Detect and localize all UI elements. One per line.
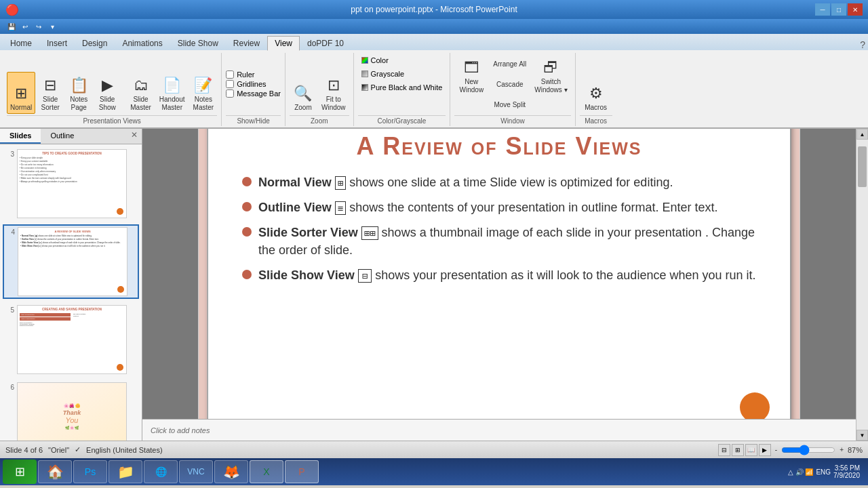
taskbar-photoshop[interactable]: Ps bbox=[73, 460, 107, 483]
slide-thumb-6[interactable]: 6 🌸 🌺 🌼 Thank You 🌿 🌸 🌿 bbox=[3, 380, 139, 441]
qat-dropdown-button[interactable]: ▾ bbox=[46, 20, 58, 33]
sys-icons: △ 🔊 📶 bbox=[788, 468, 814, 476]
view-notes-page-button[interactable]: 📋 NotesPage bbox=[65, 72, 92, 114]
close-button[interactable]: ✕ bbox=[848, 3, 863, 16]
slide-main[interactable]: A Review of Slide Views Normal View ⊞ sh… bbox=[208, 129, 791, 419]
zoom-in-button[interactable]: + bbox=[840, 446, 844, 453]
scroll-track[interactable] bbox=[856, 140, 868, 430]
taskbar-excel[interactable]: X bbox=[250, 460, 283, 483]
view-handout-master-button[interactable]: 📄 HandoutMaster bbox=[156, 72, 189, 114]
taskbar-chrome[interactable]: 🌐 bbox=[144, 460, 178, 483]
zoom-percentage: 87% bbox=[848, 446, 863, 454]
gridlines-checkbox-label[interactable]: Gridlines bbox=[226, 80, 266, 88]
tab-outline[interactable]: Outline bbox=[41, 129, 83, 144]
tab-insert[interactable]: Insert bbox=[39, 35, 75, 50]
tab-dopdf[interactable]: doPDF 10 bbox=[300, 35, 351, 50]
new-window-button[interactable]: 🗔 NewWindow bbox=[454, 54, 488, 96]
message-bar-checkbox-label[interactable]: Message Bar bbox=[226, 89, 281, 98]
zoom-button[interactable]: 🔍 Zoom bbox=[290, 72, 317, 114]
taskbar-firefox[interactable]: 🦊 bbox=[214, 460, 248, 483]
taskbar: ⊞ 🏠 Ps 📁 🌐 VNC 🦊 X P △ 🔊 📶 ENG 3:56 PM 7… bbox=[0, 458, 868, 485]
window-controls: ─ □ ✕ bbox=[815, 3, 863, 16]
maximize-button[interactable]: □ bbox=[831, 3, 846, 16]
view-slide-master-button[interactable]: 🗂 SlideMaster bbox=[127, 72, 155, 114]
black-white-option[interactable]: Pure Black and White bbox=[358, 81, 446, 94]
view-normal-button[interactable]: ⊞ Normal bbox=[7, 72, 35, 114]
scroll-thumb[interactable] bbox=[858, 146, 867, 187]
ruler-checkbox[interactable] bbox=[226, 70, 234, 79]
macros-icon: ⚙ bbox=[589, 85, 603, 102]
taskbar-folder[interactable]: 📁 bbox=[108, 460, 142, 483]
spell-check-icon: ✓ bbox=[75, 445, 81, 454]
grayscale-option[interactable]: Grayscale bbox=[358, 68, 408, 80]
slide-thumb-3[interactable]: 3 TIPS TO CREATE GOOD PRESENTATION • Kee… bbox=[3, 147, 139, 220]
black-white-label: Pure Black and White bbox=[371, 83, 443, 92]
view-slide-show-button[interactable]: ▶ SlideShow bbox=[94, 72, 121, 114]
taskbar-powerpoint[interactable]: P bbox=[285, 460, 319, 483]
message-bar-checkbox[interactable] bbox=[226, 89, 234, 98]
cascade-label: Cascade bbox=[496, 81, 523, 88]
quick-access-toolbar: 💾 ↩ ↪ ▾ bbox=[0, 19, 868, 34]
tab-design[interactable]: Design bbox=[75, 35, 115, 50]
bullet-text-4: Slide Show View ⊟ shows your presentatio… bbox=[258, 267, 756, 284]
status-normal-view-button[interactable]: ⊟ bbox=[718, 444, 730, 456]
tab-animations[interactable]: Animations bbox=[115, 35, 170, 50]
switch-windows-button[interactable]: 🗗 SwitchWindows ▾ bbox=[531, 54, 570, 96]
main-area: Slides Outline ✕ 3 TIPS TO CREATE GOOD P… bbox=[0, 129, 868, 441]
status-slideshow-view-button[interactable]: ▶ bbox=[759, 444, 771, 456]
bullet-term-2: Outline View bbox=[258, 201, 335, 214]
arrange-all-button[interactable]: Arrange All bbox=[490, 54, 530, 73]
slide-side-right bbox=[791, 129, 800, 419]
vertical-scrollbar[interactable]: ▲ ▼ bbox=[856, 129, 868, 441]
zoom-out-button[interactable]: - bbox=[775, 446, 777, 453]
notes-area[interactable]: Click to add notes bbox=[142, 419, 856, 441]
zoom-slider[interactable] bbox=[781, 445, 835, 455]
gridlines-checkbox[interactable] bbox=[226, 80, 234, 88]
tab-view[interactable]: View bbox=[267, 36, 300, 51]
status-sorter-view-button[interactable]: ⊞ bbox=[732, 444, 744, 456]
slide-show-icon: ▶ bbox=[102, 77, 113, 94]
tab-review[interactable]: Review bbox=[226, 35, 267, 50]
fit-to-window-button[interactable]: ⊡ Fit toWindow bbox=[318, 72, 349, 114]
minimize-button[interactable]: ─ bbox=[815, 3, 830, 16]
macros-buttons: ⚙ Macros bbox=[581, 54, 610, 114]
slide-panel-close-button[interactable]: ✕ bbox=[127, 129, 142, 144]
bullet-outline-view: Outline View ≡ shows the contents of you… bbox=[242, 199, 756, 216]
slide-image-6: 🌸 🌺 🌼 Thank You 🌿 🌸 🌿 bbox=[17, 382, 127, 441]
status-bar: Slide 4 of 6 "Oriel" ✓ English (United S… bbox=[0, 441, 868, 458]
slide-orange-circle bbox=[740, 392, 770, 419]
bullet-slide-sorter-view: Slide Sorter View ⊞⊞ shows a thumbnail i… bbox=[242, 224, 756, 258]
ribbon-help-button[interactable]: ? bbox=[860, 39, 865, 50]
tab-slideshow[interactable]: Slide Show bbox=[170, 35, 226, 50]
macros-button[interactable]: ⚙ Macros bbox=[581, 72, 610, 114]
tab-home[interactable]: Home bbox=[3, 35, 39, 50]
presentation-views-buttons: ⊞ Normal ⊟ SlideSorter 📋 NotesPage ▶ Sli… bbox=[7, 54, 217, 114]
qat-undo-button[interactable]: ↩ bbox=[19, 20, 31, 33]
ruler-checkbox-label[interactable]: Ruler bbox=[226, 70, 254, 79]
move-split-button[interactable]: Move Split bbox=[490, 95, 530, 114]
color-option[interactable]: Color bbox=[358, 54, 392, 66]
taskbar-vnc[interactable]: VNC bbox=[179, 460, 213, 483]
tab-slides[interactable]: Slides bbox=[0, 129, 41, 144]
status-reading-view-button[interactable]: 📖 bbox=[745, 444, 757, 456]
view-notes-master-button[interactable]: 📝 NotesMaster bbox=[190, 72, 218, 114]
ribbon-content: ⊞ Normal ⊟ SlideSorter 📋 NotesPage ▶ Sli… bbox=[0, 50, 868, 128]
start-button[interactable]: ⊞ bbox=[3, 460, 37, 484]
slide-number-6: 6 bbox=[5, 382, 14, 391]
title-bar-left: 🔴 bbox=[5, 3, 19, 16]
bullet-text-3: Slide Sorter View ⊞⊞ shows a thumbnail i… bbox=[258, 224, 756, 258]
app-icon[interactable]: 🔴 bbox=[5, 3, 19, 16]
slide-thumb-5[interactable]: 5 CREATING AND SAVING PRESENTATION New P… bbox=[3, 303, 139, 376]
new-window-icon: 🗔 bbox=[464, 59, 479, 77]
bullet-term-3: Slide Sorter View bbox=[258, 226, 361, 239]
slide-thumb-4[interactable]: 4 A REVIEW OF SLIDE VIEWS • Normal View … bbox=[3, 224, 139, 299]
taskbar-explorer[interactable]: 🏠 bbox=[38, 460, 72, 483]
cascade-button[interactable]: Cascade bbox=[490, 75, 530, 94]
scroll-up-button[interactable]: ▲ bbox=[856, 129, 868, 140]
view-slide-sorter-button[interactable]: ⊟ SlideSorter bbox=[37, 72, 64, 114]
scroll-down-button[interactable]: ▼ bbox=[856, 430, 868, 441]
bullet-normal-view: Normal View ⊞ shows one slide at a time … bbox=[242, 174, 756, 191]
ribbon-group-presentation-views: ⊞ Normal ⊟ SlideSorter 📋 NotesPage ▶ Sli… bbox=[3, 53, 222, 126]
qat-redo-button[interactable]: ↪ bbox=[33, 20, 45, 33]
qat-save-button[interactable]: 💾 bbox=[5, 20, 18, 33]
